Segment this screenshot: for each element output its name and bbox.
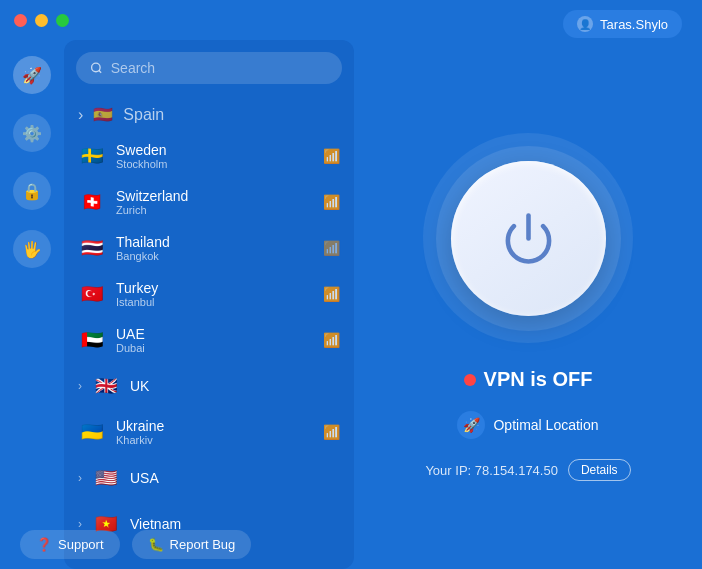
user-name: Taras.Shylo	[600, 17, 668, 32]
signal-icon: 📶	[323, 194, 340, 210]
ip-info: Your IP: 78.154.174.50 Details	[425, 459, 630, 481]
country-name: Sweden	[116, 142, 313, 158]
search-box[interactable]	[76, 52, 342, 84]
server-list: › 🇪🇸 Spain 🇸🇪 Sweden Stockholm 📶 🇨🇭 Swit…	[64, 96, 354, 569]
flag-icon: 🇹🇷	[78, 280, 106, 308]
country-info: Thailand Bangkok	[116, 234, 313, 262]
country-name: USA	[130, 470, 340, 486]
country-name: Spain	[123, 106, 164, 124]
country-name: UK	[130, 378, 340, 394]
sidebar-icon-lock[interactable]: 🔒	[13, 172, 51, 210]
city-name: Istanbul	[116, 296, 313, 308]
power-button[interactable]	[451, 161, 606, 316]
power-icon	[501, 211, 556, 266]
country-info: Switzerland Zurich	[116, 188, 313, 216]
support-button[interactable]: ❓ Support	[20, 530, 120, 559]
bottom-bar: ❓ Support 🐛 Report Bug	[0, 519, 702, 569]
sidebar-icon-hand[interactable]: 🖐	[13, 230, 51, 268]
country-name: Switzerland	[116, 188, 313, 204]
user-avatar-icon: 👤	[577, 16, 593, 32]
country-info: Sweden Stockholm	[116, 142, 313, 170]
flag-icon: 🇦🇪	[78, 326, 106, 354]
flag-icon: 🇺🇸	[92, 464, 120, 492]
sidebar: 🚀 ⚙️ 🔒 🖐	[0, 40, 64, 569]
flag-icon: 🇹🇭	[78, 234, 106, 262]
signal-icon: 📶	[323, 424, 340, 440]
city-name: Stockholm	[116, 158, 313, 170]
country-info: Ukraine Kharkiv	[116, 418, 313, 446]
minimize-button[interactable]	[35, 14, 48, 27]
report-bug-button[interactable]: 🐛 Report Bug	[132, 530, 252, 559]
optimal-location-label: Optimal Location	[493, 417, 598, 433]
main-panel: VPN is OFF 🚀 Optimal Location Your IP: 7…	[354, 40, 702, 569]
vpn-status: VPN is OFF	[464, 368, 593, 391]
chevron-icon: ›	[78, 379, 82, 393]
list-item[interactable]: 🇹🇭 Thailand Bangkok 📶	[64, 225, 354, 271]
flag-icon: 🇬🇧	[92, 372, 120, 400]
details-button[interactable]: Details	[568, 459, 631, 481]
country-name: Turkey	[116, 280, 313, 296]
rocket-icon: 🚀	[457, 411, 485, 439]
country-name: UAE	[116, 326, 313, 342]
city-name: Dubai	[116, 342, 313, 354]
svg-line-1	[99, 70, 101, 72]
list-item[interactable]: 🇹🇷 Turkey Istanbul 📶	[64, 271, 354, 317]
list-item[interactable]: 🇦🇪 UAE Dubai 📶	[64, 317, 354, 363]
search-icon	[90, 61, 103, 75]
country-name: Ukraine	[116, 418, 313, 434]
flag-icon: 🇺🇦	[78, 418, 106, 446]
signal-icon: 📶	[323, 148, 340, 164]
user-button[interactable]: 👤 Taras.Shylo	[563, 10, 682, 38]
flag-icon: 🇪🇸	[93, 105, 113, 124]
ip-label: Your IP: 78.154.174.50	[425, 463, 558, 478]
country-name: Thailand	[116, 234, 313, 250]
report-bug-label: Report Bug	[170, 537, 236, 552]
country-info: UAE Dubai	[116, 326, 313, 354]
close-button[interactable]	[14, 14, 27, 27]
sidebar-icon-settings[interactable]: ⚙️	[13, 114, 51, 152]
city-name: Kharkiv	[116, 434, 313, 446]
city-name: Bangkok	[116, 250, 313, 262]
search-input[interactable]	[111, 60, 328, 76]
sidebar-icon-rocket[interactable]: 🚀	[13, 56, 51, 94]
svg-point-0	[92, 63, 101, 72]
chevron-icon: ›	[78, 106, 83, 124]
list-item[interactable]: 🇸🇪 Sweden Stockholm 📶	[64, 133, 354, 179]
list-item[interactable]: 🇺🇦 Ukraine Kharkiv 📶	[64, 409, 354, 455]
signal-icon: 📶	[323, 332, 340, 348]
country-info: Turkey Istanbul	[116, 280, 313, 308]
chevron-icon: ›	[78, 471, 82, 485]
optimal-location[interactable]: 🚀 Optimal Location	[457, 411, 598, 439]
maximize-button[interactable]	[56, 14, 69, 27]
flag-icon: 🇨🇭	[78, 188, 106, 216]
list-item[interactable]: 🇨🇭 Switzerland Zurich 📶	[64, 179, 354, 225]
list-item[interactable]: › 🇪🇸 Spain	[64, 96, 354, 133]
signal-icon: 📶	[323, 240, 340, 256]
support-icon: ❓	[36, 537, 52, 552]
list-item[interactable]: › 🇬🇧 UK	[64, 363, 354, 409]
bug-icon: 🐛	[148, 537, 164, 552]
signal-icon: 📶	[323, 286, 340, 302]
support-label: Support	[58, 537, 104, 552]
city-name: Zurich	[116, 204, 313, 216]
vpn-status-text: VPN is OFF	[484, 368, 593, 391]
server-panel: › 🇪🇸 Spain 🇸🇪 Sweden Stockholm 📶 🇨🇭 Swit…	[64, 40, 354, 569]
status-dot	[464, 374, 476, 386]
flag-icon: 🇸🇪	[78, 142, 106, 170]
power-button-container	[418, 128, 638, 348]
list-item[interactable]: › 🇺🇸 USA	[64, 455, 354, 501]
